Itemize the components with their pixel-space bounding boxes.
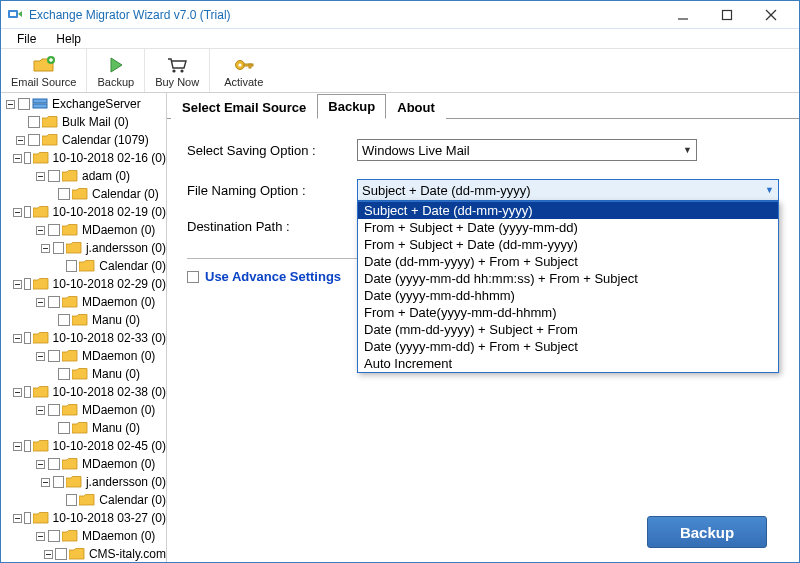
collapse-icon[interactable] bbox=[35, 351, 46, 362]
tree-item[interactable]: MDaemon (0) bbox=[3, 527, 166, 545]
file-naming-option[interactable]: Subject + Date (dd-mm-yyyy) bbox=[358, 202, 778, 219]
collapse-icon[interactable] bbox=[35, 531, 46, 542]
advance-checkbox[interactable] bbox=[187, 271, 199, 283]
tree-checkbox[interactable] bbox=[24, 152, 30, 164]
tab-backup[interactable]: Backup bbox=[317, 94, 386, 119]
tree-item[interactable]: 10-10-2018 02-45 (0) bbox=[3, 437, 166, 455]
tree-checkbox[interactable] bbox=[58, 422, 70, 434]
tree-item[interactable]: 10-10-2018 02-16 (0) bbox=[3, 149, 166, 167]
file-naming-option[interactable]: Date (yyyy-mm-dd hh:mm:ss) + From + Subj… bbox=[358, 270, 778, 287]
collapse-icon[interactable] bbox=[41, 477, 51, 488]
tab-select-email-source[interactable]: Select Email Source bbox=[171, 95, 317, 119]
collapse-icon[interactable] bbox=[15, 135, 26, 146]
collapse-icon[interactable] bbox=[35, 225, 46, 236]
file-naming-dropdown[interactable]: Subject + Date (dd-mm-yyyy)From + Subjec… bbox=[357, 201, 779, 373]
tree-checkbox[interactable] bbox=[48, 458, 60, 470]
tree-checkbox[interactable] bbox=[48, 404, 60, 416]
tree-checkbox[interactable] bbox=[53, 476, 64, 488]
collapse-icon[interactable] bbox=[13, 279, 22, 290]
collapse-icon[interactable] bbox=[41, 243, 51, 254]
tree-checkbox[interactable] bbox=[53, 242, 64, 254]
tree-item[interactable]: MDaemon (0) bbox=[3, 347, 166, 365]
tree-item[interactable]: j.andersson (0) bbox=[3, 473, 166, 491]
tree-item[interactable]: Calendar (0) bbox=[3, 491, 166, 509]
tree-item[interactable]: Calendar (0) bbox=[3, 257, 166, 275]
collapse-icon[interactable] bbox=[13, 153, 22, 164]
collapse-icon[interactable] bbox=[13, 207, 22, 218]
tree-item[interactable]: Bulk Mail (0) bbox=[3, 113, 166, 131]
file-naming-option[interactable]: From + Subject + Date (dd-mm-yyyy) bbox=[358, 236, 778, 253]
tree-checkbox[interactable] bbox=[58, 188, 70, 200]
tree-checkbox[interactable] bbox=[58, 314, 70, 326]
minimize-button[interactable] bbox=[661, 2, 705, 28]
tree-item[interactable]: Manu (0) bbox=[3, 365, 166, 383]
menu-help[interactable]: Help bbox=[46, 30, 91, 48]
toolbar-backup[interactable]: Backup bbox=[87, 49, 145, 92]
tree-item[interactable]: j.andersson (0) bbox=[3, 239, 166, 257]
tree-item[interactable]: 10-10-2018 02-33 (0) bbox=[3, 329, 166, 347]
tree-item[interactable]: MDaemon (0) bbox=[3, 455, 166, 473]
file-naming-option[interactable]: Date (mm-dd-yyyy) + Subject + From bbox=[358, 321, 778, 338]
close-button[interactable] bbox=[749, 2, 793, 28]
tree-checkbox[interactable] bbox=[58, 368, 70, 380]
tree-checkbox[interactable] bbox=[24, 440, 30, 452]
collapse-icon[interactable] bbox=[13, 513, 22, 524]
file-naming-option[interactable]: Date (yyyy-mm-dd-hhmm) bbox=[358, 287, 778, 304]
tree-checkbox[interactable] bbox=[48, 170, 60, 182]
collapse-icon[interactable] bbox=[35, 405, 46, 416]
collapse-icon[interactable] bbox=[13, 333, 22, 344]
tree-item[interactable]: MDaemon (0) bbox=[3, 221, 166, 239]
tab-about[interactable]: About bbox=[386, 95, 446, 119]
tree-checkbox[interactable] bbox=[66, 494, 78, 506]
tree-checkbox[interactable] bbox=[48, 296, 60, 308]
tree-checkbox[interactable] bbox=[48, 224, 60, 236]
collapse-icon[interactable] bbox=[5, 99, 16, 110]
collapse-icon[interactable] bbox=[13, 441, 22, 452]
maximize-button[interactable] bbox=[705, 2, 749, 28]
folder-tree[interactable]: ExchangeServerBulk Mail (0)Calendar (107… bbox=[1, 93, 167, 562]
tree-checkbox[interactable] bbox=[55, 548, 66, 560]
backup-button[interactable]: Backup bbox=[647, 516, 767, 548]
collapse-icon[interactable] bbox=[13, 387, 22, 398]
tree-checkbox[interactable] bbox=[24, 332, 30, 344]
tree-item[interactable]: 10-10-2018 02-38 (0) bbox=[3, 383, 166, 401]
tree-checkbox[interactable] bbox=[28, 116, 40, 128]
tree-item[interactable]: 10-10-2018 02-19 (0) bbox=[3, 203, 166, 221]
file-naming-option[interactable]: Date (yyyy-mm-dd) + From + Subject bbox=[358, 338, 778, 355]
file-naming-select[interactable]: Subject + Date (dd-mm-yyyy) ▼ bbox=[357, 179, 779, 201]
collapse-icon[interactable] bbox=[35, 459, 46, 470]
tree-item[interactable]: 10-10-2018 02-29 (0) bbox=[3, 275, 166, 293]
tree-checkbox[interactable] bbox=[48, 350, 60, 362]
tree-checkbox[interactable] bbox=[24, 512, 30, 524]
toolbar-email-source[interactable]: Email Source bbox=[1, 49, 87, 92]
tree-item[interactable]: Manu (0) bbox=[3, 311, 166, 329]
toolbar-activate[interactable]: Activate bbox=[214, 49, 273, 92]
file-naming-option[interactable]: From + Date(yyyy-mm-dd-hhmm) bbox=[358, 304, 778, 321]
tree-checkbox[interactable] bbox=[48, 530, 60, 542]
file-naming-option[interactable]: Auto Increment bbox=[358, 355, 778, 372]
toolbar-buy-now[interactable]: Buy Now bbox=[145, 49, 210, 92]
file-naming-option[interactable]: Date (dd-mm-yyyy) + From + Subject bbox=[358, 253, 778, 270]
collapse-icon[interactable] bbox=[43, 549, 53, 560]
file-naming-option[interactable]: From + Subject + Date (yyyy-mm-dd) bbox=[358, 219, 778, 236]
tree-item-label: MDaemon (0) bbox=[80, 457, 155, 471]
tree-item[interactable]: MDaemon (0) bbox=[3, 293, 166, 311]
tree-item[interactable]: CMS-italy.com bbox=[3, 545, 166, 562]
tree-item[interactable]: adam (0) bbox=[3, 167, 166, 185]
tree-checkbox[interactable] bbox=[24, 386, 30, 398]
saving-option-select[interactable]: Windows Live Mail ▼ bbox=[357, 139, 697, 161]
menu-file[interactable]: File bbox=[7, 30, 46, 48]
tree-item[interactable]: MDaemon (0) bbox=[3, 401, 166, 419]
collapse-icon[interactable] bbox=[35, 171, 46, 182]
tree-item[interactable]: Calendar (0) bbox=[3, 185, 166, 203]
tree-item[interactable]: ExchangeServer bbox=[3, 95, 166, 113]
tree-checkbox[interactable] bbox=[28, 134, 40, 146]
tree-item[interactable]: Manu (0) bbox=[3, 419, 166, 437]
tree-checkbox[interactable] bbox=[66, 260, 78, 272]
tree-item[interactable]: 10-10-2018 03-27 (0) bbox=[3, 509, 166, 527]
collapse-icon[interactable] bbox=[35, 297, 46, 308]
tree-item[interactable]: Calendar (1079) bbox=[3, 131, 166, 149]
tree-checkbox[interactable] bbox=[24, 278, 30, 290]
tree-checkbox[interactable] bbox=[24, 206, 30, 218]
tree-checkbox[interactable] bbox=[18, 98, 30, 110]
